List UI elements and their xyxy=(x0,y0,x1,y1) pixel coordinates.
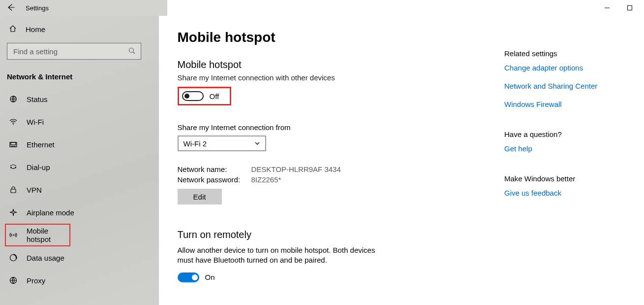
sidebar-item-wifi[interactable]: Wi-Fi xyxy=(0,110,159,133)
svg-point-2 xyxy=(129,48,133,52)
link-network-sharing-center[interactable]: Network and Sharing Center xyxy=(504,82,644,90)
svg-line-3 xyxy=(133,52,135,54)
minimize-button[interactable] xyxy=(596,0,618,16)
share-from-dropdown[interactable]: Wi-Fi 2 xyxy=(178,136,266,151)
sidebar-item-label: Proxy xyxy=(27,276,45,285)
remote-description: Allow another device to turn on mobile h… xyxy=(178,245,384,266)
network-name-value: DESKTOP-HLRR9AF 3434 xyxy=(251,165,341,173)
datausage-icon xyxy=(9,253,18,262)
search-field[interactable] xyxy=(12,47,128,56)
svg-rect-7 xyxy=(11,142,16,145)
proxy-icon xyxy=(9,276,18,285)
airplane-icon xyxy=(9,208,18,217)
vpn-icon xyxy=(9,185,18,194)
sidebar-item-data-usage[interactable]: Data usage xyxy=(0,246,159,269)
main-content: Mobile hotspot Mobile hotspot Share my I… xyxy=(159,16,644,305)
sidebar-item-proxy[interactable]: Proxy xyxy=(0,269,159,292)
svg-point-14 xyxy=(15,167,16,168)
home-label: Home xyxy=(26,25,45,34)
sidebar-item-label: Airplane mode xyxy=(27,208,74,217)
link-change-adapter-options[interactable]: Change adapter options xyxy=(504,64,644,72)
hotspot-description: Share my Internet connection with other … xyxy=(178,73,505,82)
sidebar: Home Network & Internet Status xyxy=(0,16,159,305)
page-title: Mobile hotspot xyxy=(178,30,505,45)
right-column: Related settings Change adapter options … xyxy=(504,30,644,305)
home-icon xyxy=(9,25,17,34)
remote-toggle[interactable] xyxy=(178,272,199,282)
back-icon[interactable] xyxy=(7,3,15,13)
remote-toggle-label: On xyxy=(205,273,215,281)
sidebar-item-vpn[interactable]: VPN xyxy=(0,178,159,201)
sidebar-section-heading: Network & Internet xyxy=(0,60,159,88)
share-from-label: Share my Internet connection from xyxy=(178,123,505,132)
sidebar-item-airplane-mode[interactable]: Airplane mode xyxy=(0,201,159,224)
window-title: Settings xyxy=(26,4,49,12)
hotspot-icon xyxy=(9,231,18,239)
svg-point-5 xyxy=(13,124,14,125)
search-icon xyxy=(128,47,136,56)
search-input[interactable] xyxy=(7,43,141,60)
sidebar-item-dialup[interactable]: Dial-up xyxy=(0,156,159,178)
share-from-value: Wi-Fi 2 xyxy=(184,139,207,148)
remote-heading: Turn on remotely xyxy=(178,229,505,240)
maximize-button[interactable] xyxy=(618,0,641,16)
hotspot-heading: Mobile hotspot xyxy=(178,59,505,70)
question-heading: Have a question? xyxy=(504,130,644,138)
sidebar-item-home[interactable]: Home xyxy=(0,21,159,38)
edit-button[interactable]: Edit xyxy=(178,189,222,204)
sidebar-item-label: Data usage xyxy=(27,254,64,262)
window-titlebar: Settings xyxy=(0,0,644,16)
ethernet-icon xyxy=(9,140,18,149)
sidebar-item-label: Wi-Fi xyxy=(27,118,44,126)
chevron-down-icon xyxy=(254,139,260,148)
related-settings-heading: Related settings xyxy=(504,49,644,58)
sidebar-item-label: Ethernet xyxy=(27,140,55,149)
sidebar-item-status[interactable]: Status xyxy=(0,88,159,110)
sidebar-item-label: Status xyxy=(27,95,48,103)
svg-rect-15 xyxy=(11,189,16,193)
svg-rect-1 xyxy=(628,6,632,10)
hotspot-toggle-highlight: Off xyxy=(178,87,232,105)
sidebar-item-ethernet[interactable]: Ethernet xyxy=(0,133,159,156)
network-password-label: Network password: xyxy=(178,175,251,184)
sidebar-item-mobile-hotspot[interactable]: Mobile hotspot xyxy=(5,224,70,246)
wifi-icon xyxy=(9,117,18,126)
sidebar-item-label: VPN xyxy=(27,186,42,194)
sidebar-item-label: Dial-up xyxy=(27,163,50,171)
status-icon xyxy=(9,95,18,103)
svg-point-13 xyxy=(11,167,12,168)
link-feedback[interactable]: Give us feedback xyxy=(504,189,644,197)
sidebar-item-label: Mobile hotspot xyxy=(27,227,70,243)
better-heading: Make Windows better xyxy=(504,174,644,183)
hotspot-toggle-label: Off xyxy=(210,92,219,101)
hotspot-toggle[interactable] xyxy=(182,91,204,101)
svg-point-16 xyxy=(13,235,14,236)
network-name-label: Network name: xyxy=(178,165,251,173)
dialup-icon xyxy=(9,163,18,171)
network-password-value: 8IZ2265* xyxy=(251,175,281,184)
link-windows-firewall[interactable]: Windows Firewall xyxy=(504,100,644,108)
link-get-help[interactable]: Get help xyxy=(504,144,644,153)
